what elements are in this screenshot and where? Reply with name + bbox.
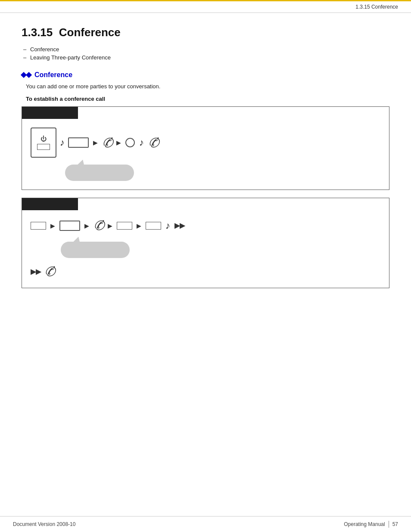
diamond-icon-2 xyxy=(26,72,32,78)
diagram-body-1: ⏻ ♪ ▶ ✆̇ ▶ ♪ ✆̇ xyxy=(22,119,389,190)
toc-item-2: Leaving Three-party Conference xyxy=(30,54,389,61)
speech-bubble-1 xyxy=(65,165,134,181)
diagram-box-2: ▶ ▶ ✆̇ ▶ ▶ ♪ ▶▶ xyxy=(22,198,389,288)
rect-button-2 xyxy=(59,221,80,231)
footer-divider xyxy=(389,521,389,528)
wavy-phone-4: ✆̇ xyxy=(44,264,54,279)
footer-manual-label: Operating Manual xyxy=(344,521,385,527)
rect-button-1 xyxy=(68,137,89,148)
wavy-phone-3: ✆̇ xyxy=(93,218,103,233)
handset-note-1: ♪ xyxy=(60,137,65,148)
arrow-2: ▶ xyxy=(116,139,121,146)
handset-note-2: ♪ xyxy=(139,137,144,148)
double-arrow-1: ▶▶ xyxy=(174,221,185,230)
diagram-body-2: ▶ ▶ ✆̇ ▶ ▶ ♪ ▶▶ xyxy=(22,210,389,288)
footer-right: Operating Manual 57 xyxy=(344,521,398,528)
speech-bubble-container-2 xyxy=(31,242,380,258)
diagram-2-row-1: ▶ ▶ ✆̇ ▶ ▶ ♪ ▶▶ xyxy=(31,218,380,233)
page-footer: Document Version 2008-10 Operating Manua… xyxy=(0,516,411,532)
d2-arrow-4: ▶ xyxy=(137,222,141,229)
diagram-2-row-3: ▶▶ ✆̇ xyxy=(31,264,380,279)
d2-arrow-3: ▶ xyxy=(108,222,112,229)
sm-rect-3 xyxy=(146,222,161,230)
double-arrow-2: ▶▶ xyxy=(31,268,41,276)
diamond-icons xyxy=(22,73,31,77)
circle-icon-1 xyxy=(125,138,135,147)
wavy-phone-1: ✆̇ xyxy=(102,135,112,150)
d2-arrow-2: ▶ xyxy=(84,222,89,229)
toc-item-1: Conference xyxy=(30,46,389,53)
diagram-header-2 xyxy=(22,198,78,210)
page-title: 1.3.15 Conference xyxy=(22,26,389,39)
speech-bubble-2 xyxy=(61,242,130,258)
diagram-header-1 xyxy=(22,107,78,119)
diagram-box-1: ⏻ ♪ ▶ ✆̇ ▶ ♪ ✆̇ xyxy=(22,106,389,190)
footer-doc-version: Document Version 2008-10 xyxy=(13,521,75,527)
d2-arrow-1: ▶ xyxy=(50,222,55,229)
speech-bubble-container-1 xyxy=(31,165,380,181)
subsection-body-text: You can add one or more parties to your … xyxy=(22,83,389,90)
wavy-phone-2: ✆̇ xyxy=(148,135,158,150)
subsection-heading-conference: Conference xyxy=(22,71,389,79)
footer-page-number: 57 xyxy=(392,521,398,527)
sm-rect-2 xyxy=(117,222,132,230)
sm-rect-1 xyxy=(31,222,46,230)
handset-note-3: ♪ xyxy=(165,220,170,231)
main-content: 1.3.15 Conference Conference Leaving Thr… xyxy=(0,13,411,309)
header-breadcrumb: 1.3.15 Conference xyxy=(355,4,398,10)
screen-rect xyxy=(37,144,50,150)
arrow-1: ▶ xyxy=(93,139,98,146)
phone-device-icon: ⏻ xyxy=(31,128,56,158)
diagram-row-1: ⏻ ♪ ▶ ✆̇ ▶ ♪ ✆̇ xyxy=(31,128,380,158)
toc-list: Conference Leaving Three-party Conferenc… xyxy=(22,46,389,61)
power-symbol: ⏻ xyxy=(40,135,47,142)
page-header: 1.3.15 Conference xyxy=(0,0,411,13)
procedure-title: To establish a conference call xyxy=(22,96,389,102)
